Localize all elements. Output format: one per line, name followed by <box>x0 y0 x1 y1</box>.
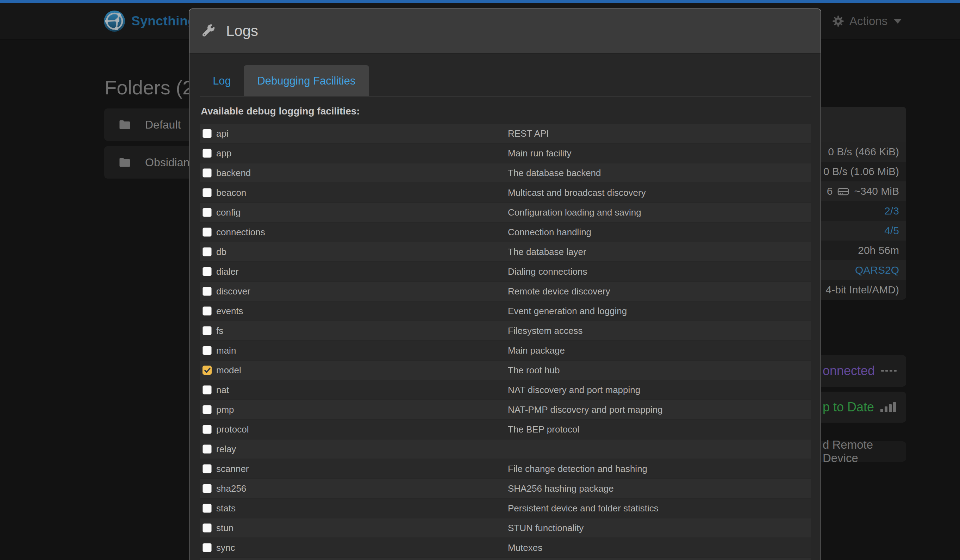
caret-down-icon <box>894 19 902 24</box>
brand-home-link[interactable]: Syncthing <box>103 8 196 35</box>
facilities-table: apiREST APIappMain run facilitybackendTh… <box>200 124 811 560</box>
facility-description: STUN functionality <box>508 523 584 534</box>
facility-checkbox[interactable] <box>203 445 212 454</box>
device-stat-value: 4-bit Intel/AMD) <box>826 284 899 296</box>
facility-description: Remote device discovery <box>508 286 610 297</box>
facility-checkbox[interactable] <box>203 346 212 355</box>
facility-name: stats <box>216 503 235 514</box>
facility-row: modelThe root hub <box>200 361 811 380</box>
device-stat-link[interactable]: 4/5 <box>884 225 899 237</box>
facility-description: Persistent device and folder statistics <box>508 503 659 514</box>
facility-row: statsPersistent device and folder statis… <box>200 499 811 518</box>
facility-description: The database backend <box>508 168 601 179</box>
facility-description: File change detection and hashing <box>508 464 647 474</box>
facilities-heading: Available debug logging facilities: <box>201 106 360 117</box>
facility-checkbox[interactable] <box>203 168 212 178</box>
facility-checkbox[interactable] <box>203 484 212 493</box>
signal-bars-icon <box>880 402 896 412</box>
facility-checkbox[interactable] <box>203 523 212 533</box>
facility-description: The database layer <box>508 246 586 258</box>
facility-description: Mutexes <box>508 542 542 553</box>
facility-row: mainMain package <box>200 341 811 360</box>
tab-log[interactable]: Log <box>200 65 244 96</box>
facility-checkbox[interactable] <box>203 464 212 474</box>
facility-name: api <box>216 128 229 139</box>
tab-debugging-facilities[interactable]: Debugging Facilities <box>244 65 369 96</box>
facility-checkbox[interactable] <box>203 306 212 315</box>
facility-name: main <box>216 345 236 356</box>
device-status-text: onnected <box>822 363 875 378</box>
facility-checkbox[interactable] <box>203 208 212 217</box>
facility-name: sync <box>216 542 235 553</box>
actions-menu-button[interactable]: Actions <box>832 12 902 30</box>
actions-label: Actions <box>850 14 888 28</box>
hdd-icon <box>837 187 849 196</box>
facility-checkbox[interactable] <box>203 247 212 256</box>
facility-checkbox[interactable] <box>203 366 212 375</box>
facility-description: Filesystem access <box>508 325 582 336</box>
facility-row: configConfiguration loading and saving <box>200 203 811 222</box>
facility-description: The root hub <box>508 365 560 376</box>
facility-description: Dialing connections <box>508 266 587 277</box>
syncthing-logo-icon <box>103 10 126 32</box>
device-stat-value: ~340 MiB <box>854 185 899 197</box>
brand-name: Syncthing <box>131 14 196 29</box>
facility-row: dialerDialing connections <box>200 262 811 281</box>
facility-name: events <box>216 306 243 317</box>
tabs-divider <box>200 96 811 96</box>
facility-row: connectionsConnection handling <box>200 222 811 242</box>
device-stat-link[interactable]: QARS2Q <box>855 264 899 276</box>
facility-description: The BEP protocol <box>508 424 579 435</box>
folders-heading: Folders (2 <box>105 76 194 99</box>
facility-description: SHA256 hashing package <box>508 483 614 494</box>
facility-checkbox[interactable] <box>203 129 212 138</box>
facility-name: relay <box>216 444 236 455</box>
facility-checkbox[interactable] <box>203 385 212 394</box>
facility-checkbox[interactable] <box>203 267 212 276</box>
facility-description: REST API <box>508 128 549 139</box>
signal-dashes-icon <box>881 370 897 371</box>
facility-row: fsFilesystem access <box>200 321 811 340</box>
facility-row: syncMutexes <box>200 538 811 557</box>
facility-description: Configuration loading and saving <box>508 207 641 218</box>
logs-modal-title: Logs <box>202 22 258 40</box>
facility-name: fs <box>216 325 223 336</box>
facility-checkbox[interactable] <box>203 326 212 335</box>
facility-checkbox[interactable] <box>203 188 212 197</box>
device-stat-value: 0 B/s (466 KiB) <box>828 146 899 158</box>
facility-row: backendThe database backend <box>200 163 811 182</box>
facility-row-clipped <box>200 558 811 560</box>
facility-description: Event generation and logging <box>508 306 627 317</box>
facility-name: nat <box>216 385 229 395</box>
facility-name: dialer <box>216 266 239 277</box>
facility-checkbox[interactable] <box>203 287 212 296</box>
facility-row: protocolThe BEP protocol <box>200 420 811 439</box>
facility-name: connections <box>216 227 265 238</box>
facility-description: Multicast and broadcast discovery <box>508 187 646 198</box>
facility-row: discoverRemote device discovery <box>200 282 811 301</box>
modal-title-text: Logs <box>226 22 258 40</box>
page: Syncthing <box>0 0 960 560</box>
facility-name: model <box>216 365 241 376</box>
facility-name: config <box>216 207 240 218</box>
folder-icon <box>119 157 131 168</box>
folder-label: Obsidian <box>145 156 189 169</box>
device-status-text: p to Date <box>822 400 874 414</box>
facility-description: NAT-PMP discovery and port mapping <box>508 404 663 415</box>
facility-checkbox[interactable] <box>203 543 212 552</box>
facility-checkbox[interactable] <box>203 149 212 158</box>
facility-checkbox[interactable] <box>203 504 212 513</box>
facility-row: dbThe database layer <box>200 242 811 261</box>
facility-checkbox[interactable] <box>203 227 212 237</box>
wrench-icon <box>202 24 216 38</box>
facility-description: Connection handling <box>508 227 591 238</box>
facility-checkbox[interactable] <box>203 405 212 414</box>
facility-row: natNAT discovery and port mapping <box>200 380 811 399</box>
facility-name: sha256 <box>216 483 246 494</box>
folder-label: Default <box>145 118 181 131</box>
facility-checkbox[interactable] <box>203 425 212 434</box>
top-accent-bar <box>0 0 960 3</box>
logs-modal: Logs Log Debugging Facilities Available … <box>189 8 821 560</box>
device-stat-link[interactable]: 2/3 <box>884 205 899 217</box>
facility-name: discover <box>216 286 250 297</box>
